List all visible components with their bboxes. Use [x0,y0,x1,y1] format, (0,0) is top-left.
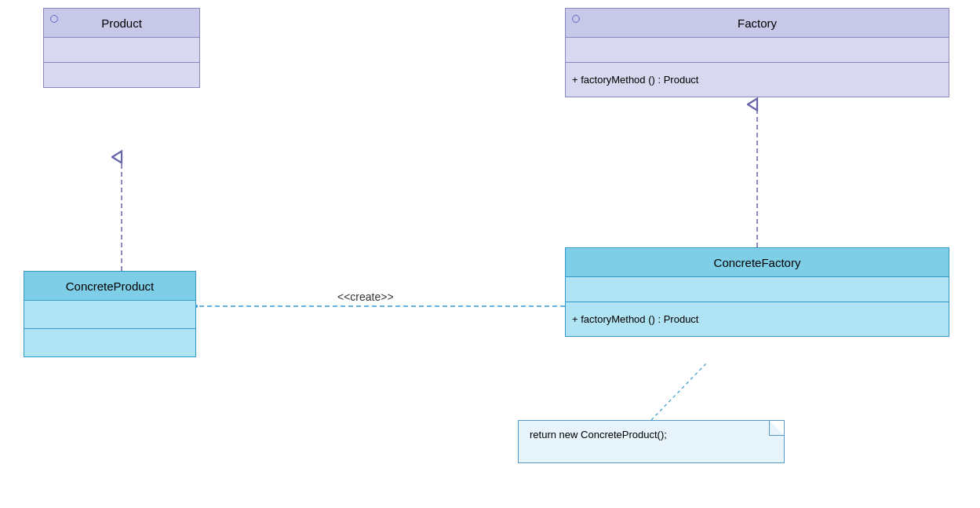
factory-section-1 [566,37,949,62]
factory-class-header: Factory [566,9,949,37]
factory-class-name: Factory [738,16,777,30]
concrete-product-header: ConcreteProduct [24,272,195,300]
note-box: return new ConcreteProduct(); [518,420,785,463]
concrete-product-section-2 [24,328,195,356]
product-section-1 [44,37,199,62]
interface-icon-factory [572,15,580,23]
concrete-product-class: ConcreteProduct [24,271,196,357]
product-class-header: Product [44,9,199,37]
concrete-product-section-1 [24,300,195,328]
concrete-factory-section-2: + factoryMethod () : Product [566,302,949,336]
diagram-canvas: Product Factory + factoryMethod () : Pro… [0,0,980,508]
product-class-name: Product [101,16,142,30]
concrete-factory-section-1 [566,276,949,302]
concrete-factory-header: ConcreteFactory [566,248,949,276]
factory-section-2: + factoryMethod () : Product [566,62,949,97]
interface-icon-product [50,15,58,23]
concrete-product-name: ConcreteProduct [66,280,155,293]
concrete-factory-name: ConcreteFactory [714,256,801,269]
create-label: <<create>> [337,291,394,303]
concrete-factory-class: ConcreteFactory + factoryMethod () : Pro… [565,247,949,337]
product-class: Product [43,8,200,88]
factory-class: Factory + factoryMethod () : Product [565,8,949,97]
factory-method-label: + factoryMethod () : Product [572,74,698,86]
concrete-factory-method-label: + factoryMethod () : Product [572,313,698,325]
note-connection-line [651,364,706,420]
note-text: return new ConcreteProduct(); [530,429,667,440]
product-section-2 [44,62,199,87]
